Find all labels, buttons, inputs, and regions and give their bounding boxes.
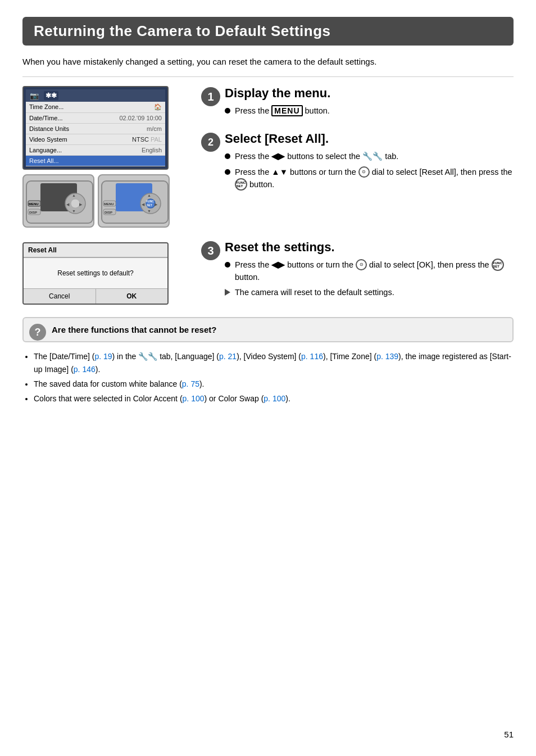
step-1-circle: 1 bbox=[201, 87, 220, 106]
bullet-circle-icon-2 bbox=[225, 153, 230, 159]
camera-svg-1: ▲ ▼ ◀ ▶ DISP MENU bbox=[24, 175, 94, 228]
bullet-circle-icon-4 bbox=[225, 262, 230, 268]
dialog-body: Reset settings to default? bbox=[24, 258, 167, 288]
step-3-circle: 3 bbox=[201, 241, 220, 260]
note-bullet-1: The [Date/Time] (p. 19) in the 🔧🔧 tab, [… bbox=[34, 350, 514, 375]
menu-val-distance: m/cm bbox=[147, 125, 162, 132]
page-number-text: 51 bbox=[504, 730, 514, 739]
note-title: Are there functions that cannot be reset… bbox=[52, 325, 503, 334]
intro-text: When you have mistakenly changed a setti… bbox=[22, 56, 514, 69]
dialog-cancel-button[interactable]: Cancel bbox=[24, 289, 96, 304]
bullet-circle-icon-3 bbox=[225, 169, 230, 175]
step-1-block: 1 Display the menu. Press the MENU butto… bbox=[201, 86, 514, 121]
step-2-number-col: 2 bbox=[201, 132, 225, 152]
menu-rows: Time Zone... 🏠 Date/Time... 02.02.'09 10… bbox=[26, 102, 165, 166]
svg-text:▲: ▲ bbox=[72, 193, 76, 197]
step-3-title: Reset the settings. bbox=[225, 240, 514, 255]
step-1-bullet-1-text: Press the MENU button. bbox=[235, 105, 330, 117]
camera-body-row: ▲ ▼ ◀ ▶ DISP MENU bbox=[22, 174, 188, 228]
menu-label-datetime: Date/Time... bbox=[29, 115, 63, 121]
menu-val-datetime: 02.02.'09 10:00 bbox=[119, 115, 162, 121]
triangle-icon bbox=[225, 289, 230, 296]
bullet-circle-icon bbox=[225, 108, 230, 114]
step-2-block: 2 Select [Reset All]. Press the ◀▶ butto… bbox=[201, 132, 514, 194]
note-question-icon: ? bbox=[29, 324, 46, 341]
step-1-number-col: 1 bbox=[201, 86, 225, 106]
dial-icon: ⊙ bbox=[358, 166, 370, 178]
step-2-bullet-1: Press the ◀▶ buttons to select the 🔧🔧 ta… bbox=[225, 151, 514, 163]
step-2-content: Select [Reset All]. Press the ◀▶ buttons… bbox=[225, 132, 514, 194]
step-3-bullet-1: Press the ◀▶ buttons or turn the ⊙ dial … bbox=[225, 259, 514, 284]
note-bullet-2: The saved data for custom white balance … bbox=[34, 378, 514, 390]
reset-dialog: Reset All Reset settings to default? Can… bbox=[22, 242, 169, 305]
menu-val-video: NTSC PAL bbox=[132, 136, 162, 143]
step-2-bullet-2: Press the ▲▼ buttons or turn the ⊙ dial … bbox=[225, 166, 514, 191]
steps-1-2-instructions: 1 Display the menu. Press the MENU butto… bbox=[197, 86, 514, 199]
link-startup[interactable]: p. 146 bbox=[74, 365, 96, 374]
step-3-bullet-2-text: The camera will reset to the default set… bbox=[235, 287, 394, 299]
camera-back-1: ▲ ▼ ◀ ▶ DISP MENU bbox=[22, 174, 94, 228]
note-bullets-list: The [Date/Time] (p. 19) in the 🔧🔧 tab, [… bbox=[22, 350, 514, 405]
step-screenshots-left: 📷 ✱✱ Time Zone... 🏠 Date/Time... 02.02.'… bbox=[22, 86, 197, 231]
menu-label-resetall: Reset All... bbox=[29, 157, 59, 164]
svg-text:▼: ▼ bbox=[147, 209, 151, 213]
page-number: 51 bbox=[504, 730, 514, 739]
func-set-icon-2: FUNCSET bbox=[492, 259, 504, 271]
step-1-content: Display the menu. Press the MENU button. bbox=[225, 86, 514, 121]
step-3-bullets: Press the ◀▶ buttons or turn the ⊙ dial … bbox=[225, 259, 514, 300]
step-2-bullet-1-text: Press the ◀▶ buttons to select the 🔧🔧 ta… bbox=[235, 151, 398, 163]
menu-row-resetall: Reset All... bbox=[26, 156, 165, 166]
step-3-bullet-2: The camera will reset to the default set… bbox=[225, 287, 514, 299]
dialog-title: Reset All bbox=[24, 243, 167, 257]
step-3-bullet-1-text: Press the ◀▶ buttons or turn the ⊙ dial … bbox=[235, 259, 514, 284]
camera-back-2: ▲ ▼ ◀ ▶ FUNC SET DISP MENU bbox=[98, 174, 170, 228]
step-1-title: Display the menu. bbox=[225, 86, 514, 101]
svg-point-3 bbox=[71, 199, 80, 208]
page-title-box: Returning the Camera to Default Settings bbox=[22, 17, 514, 46]
step-3-number-col: 3 bbox=[201, 240, 225, 260]
svg-text:FUNC: FUNC bbox=[146, 200, 154, 203]
menu-row-distance: Distance Units m/cm bbox=[26, 124, 165, 134]
svg-text:SET: SET bbox=[147, 203, 152, 207]
step-1-bullet-1: Press the MENU button. bbox=[225, 105, 514, 117]
svg-text:▲: ▲ bbox=[147, 193, 151, 197]
svg-text:MENU: MENU bbox=[104, 202, 114, 206]
step-3-block: 3 Reset the settings. Press the ◀▶ butto… bbox=[201, 240, 514, 303]
menu-icon: MENU bbox=[271, 105, 302, 116]
link-coloraccent[interactable]: p. 100 bbox=[183, 394, 205, 403]
note-bullet-3: Colors that were selected in Color Accen… bbox=[34, 392, 514, 405]
menu-label-language: Language... bbox=[29, 147, 62, 153]
tab-photo-icon: 📷 bbox=[28, 91, 40, 101]
dialog-ok-button[interactable]: OK bbox=[96, 289, 168, 304]
svg-text:DISP: DISP bbox=[29, 211, 37, 214]
tab-settings-icon: ✱✱ bbox=[44, 91, 58, 100]
divider bbox=[22, 76, 514, 77]
menu-label-timezone: Time Zone... bbox=[29, 103, 63, 110]
step-2-bullets: Press the ◀▶ buttons to select the 🔧🔧 ta… bbox=[225, 151, 514, 191]
menu-val-timezone: 🏠 bbox=[154, 103, 162, 111]
camera-menu-screen: 📷 ✱✱ Time Zone... 🏠 Date/Time... 02.02.'… bbox=[22, 86, 169, 170]
link-colorswap[interactable]: p. 100 bbox=[264, 394, 285, 403]
menu-tab-bar: 📷 ✱✱ bbox=[26, 89, 165, 102]
step-3-content: Reset the settings. Press the ◀▶ buttons… bbox=[225, 240, 514, 303]
menu-val-language: English bbox=[142, 147, 162, 153]
step-2-title: Select [Reset All]. bbox=[225, 132, 514, 146]
camera-svg-2: ▲ ▼ ◀ ▶ FUNC SET DISP MENU bbox=[99, 175, 170, 228]
link-timezone[interactable]: p. 139 bbox=[376, 352, 398, 361]
menu-row-video: Video System NTSC PAL bbox=[26, 134, 165, 145]
svg-text:MENU: MENU bbox=[29, 202, 39, 206]
menu-row-datetime: Date/Time... 02.02.'09 10:00 bbox=[26, 113, 165, 124]
step-1-bullets: Press the MENU button. bbox=[225, 105, 514, 117]
svg-text:DISP: DISP bbox=[105, 211, 112, 214]
dial-icon-2: ⊙ bbox=[356, 259, 367, 270]
menu-label-distance: Distance Units bbox=[29, 125, 69, 132]
step-3-screenshot: Reset All Reset settings to default? Can… bbox=[22, 240, 197, 305]
link-whitebalance[interactable]: p. 75 bbox=[182, 379, 199, 388]
menu-row-timezone: Time Zone... 🏠 bbox=[26, 102, 165, 113]
link-language[interactable]: p. 21 bbox=[219, 352, 237, 361]
step-3-instructions: 3 Reset the settings. Press the ◀▶ butto… bbox=[197, 240, 514, 307]
link-videosystem[interactable]: p. 116 bbox=[301, 352, 323, 361]
link-datetime[interactable]: p. 19 bbox=[94, 352, 112, 361]
dialog-buttons: Cancel OK bbox=[24, 288, 167, 304]
menu-row-language: Language... English bbox=[26, 145, 165, 156]
